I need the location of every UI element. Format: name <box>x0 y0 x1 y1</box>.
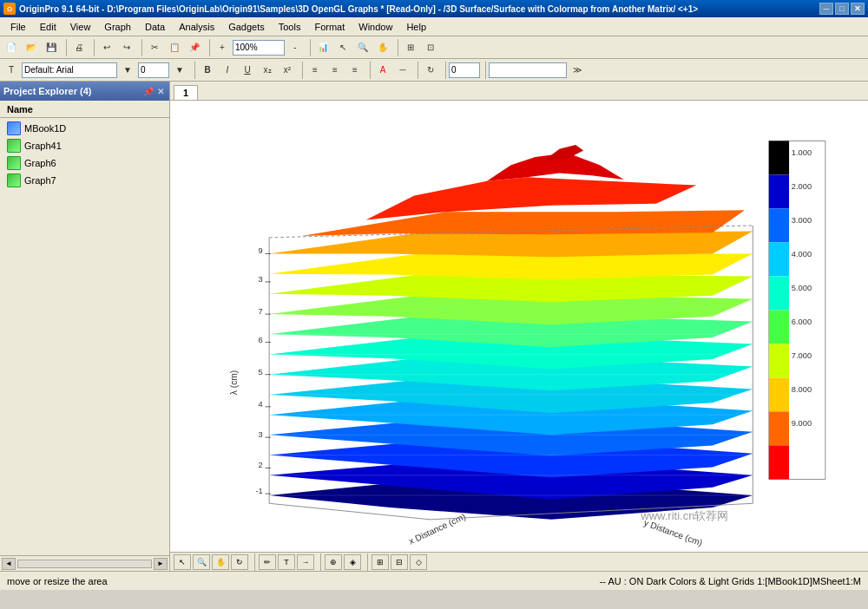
line-color[interactable]: ─ <box>393 61 412 80</box>
menubar: File Edit View Graph Data Analysis Gadge… <box>0 17 868 36</box>
cut-button[interactable]: ✂ <box>145 38 164 57</box>
extra-input[interactable] <box>489 62 567 78</box>
sidebar-item-graph41[interactable]: Graph41 <box>0 137 169 154</box>
sidebar-item-graph7[interactable]: Graph7 <box>0 172 169 189</box>
font-dropdown[interactable]: ▼ <box>118 61 137 80</box>
minimize-button[interactable]: ─ <box>819 3 833 15</box>
main-area: Project Explorer (4) 📌 ✕ Name MBook1DGra… <box>0 82 868 571</box>
separator <box>307 39 311 56</box>
separator <box>192 62 195 79</box>
zoom-in-button[interactable]: + <box>213 38 232 57</box>
menu-format[interactable]: Format <box>307 20 352 34</box>
new-button[interactable]: 📄 <box>2 38 21 57</box>
tool-zoom[interactable]: 🔍 <box>193 554 210 570</box>
sidebar-item-label: MBook1D <box>24 123 66 134</box>
bold-button[interactable]: B <box>198 61 217 80</box>
font-input[interactable] <box>22 62 117 78</box>
menu-view[interactable]: View <box>63 20 98 34</box>
copy-button[interactable]: 📋 <box>165 38 184 57</box>
tool-text[interactable]: T <box>278 554 295 570</box>
superscript-button[interactable]: x² <box>278 61 297 80</box>
sidebar-item-label: Graph41 <box>24 141 62 151</box>
graph-tool[interactable]: 📊 <box>313 38 332 57</box>
status-right: -- AU : ON Dark Colors & Light Grids 1:[… <box>600 576 861 586</box>
titlebar-controls: ─ □ ✕ <box>819 3 865 15</box>
font-color[interactable]: A <box>373 61 392 80</box>
svg-rect-56 <box>769 208 789 242</box>
tool-arrow[interactable]: → <box>297 554 314 570</box>
tool-pan[interactable]: ✋ <box>212 554 229 570</box>
titlebar-title: OriginPro 9.1 64-bit - D:\Program Files\… <box>19 4 819 14</box>
align-center[interactable]: ≡ <box>326 61 345 80</box>
tool-mask[interactable]: ◈ <box>344 554 361 570</box>
paste-button[interactable]: 📌 <box>185 38 204 57</box>
italic-button[interactable]: I <box>218 61 237 80</box>
sidebar-pin-button[interactable]: 📌 <box>141 87 155 96</box>
separator <box>63 39 67 56</box>
undo-button[interactable]: ↩ <box>97 38 116 57</box>
svg-text:7: 7 <box>259 307 263 316</box>
pointer-tool[interactable]: ↖ <box>333 38 352 57</box>
align-right[interactable]: ≡ <box>345 61 365 80</box>
tool-misc2[interactable]: ⊟ <box>391 554 408 570</box>
separator <box>318 553 321 571</box>
svg-rect-57 <box>769 242 789 276</box>
project-explorer: Project Explorer (4) 📌 ✕ Name MBook1DGra… <box>0 82 170 571</box>
tool-misc1[interactable]: ⊞ <box>372 554 389 570</box>
svg-text:6.000: 6.000 <box>792 318 812 326</box>
print-button[interactable]: 🖨 <box>69 38 89 57</box>
maximize-button[interactable]: □ <box>835 3 849 15</box>
close-button[interactable]: ✕ <box>851 3 865 15</box>
svg-rect-61 <box>769 377 789 411</box>
plot-svg: λ (cm) x Distance (cm) y Distance (cm) 9… <box>170 101 868 552</box>
scroll-left-button[interactable]: ◄ <box>2 558 16 570</box>
svg-rect-63 <box>769 445 789 479</box>
scroll-track[interactable] <box>17 560 152 568</box>
rotate-button[interactable]: ↻ <box>421 61 440 80</box>
menu-help[interactable]: Help <box>399 20 433 34</box>
scroll-right-button[interactable]: ► <box>154 558 168 570</box>
svg-text:9: 9 <box>259 246 263 255</box>
tool-rotate[interactable]: ↻ <box>231 554 248 570</box>
tool-misc3[interactable]: ◇ <box>410 554 427 570</box>
save-button[interactable]: 💾 <box>42 38 61 57</box>
menu-data[interactable]: Data <box>138 20 172 34</box>
zoom-tool[interactable]: 🔍 <box>353 38 372 57</box>
zoom-out-button[interactable]: - <box>286 38 305 57</box>
separator <box>415 62 418 79</box>
app-icon: O <box>3 3 16 15</box>
graph-icon <box>7 156 21 170</box>
svg-text:2: 2 <box>259 461 263 469</box>
open-button[interactable]: 📂 <box>22 38 41 57</box>
graph-tab-1[interactable]: 1 <box>174 85 198 100</box>
redo-button[interactable]: ↪ <box>117 38 136 57</box>
sidebar-header: Project Explorer (4) 📌 ✕ <box>0 82 169 101</box>
more-button[interactable]: ≫ <box>568 61 587 80</box>
sidebar-item-graph6[interactable]: Graph6 <box>0 154 169 172</box>
menu-window[interactable]: Window <box>352 20 399 34</box>
autoscale-button[interactable]: ⊡ <box>421 38 440 57</box>
pan-tool[interactable]: ✋ <box>373 38 392 57</box>
subscript-button[interactable]: x₂ <box>258 61 277 80</box>
menu-file[interactable]: File <box>3 20 33 34</box>
fontsize-dropdown[interactable]: ▼ <box>170 61 189 80</box>
menu-graph[interactable]: Graph <box>97 20 138 34</box>
menu-analysis[interactable]: Analysis <box>172 20 221 34</box>
tool-draw[interactable]: ✏ <box>259 554 276 570</box>
zoom-input[interactable] <box>233 40 285 56</box>
menu-tools[interactable]: Tools <box>272 20 308 34</box>
menu-gadgets[interactable]: Gadgets <box>221 20 272 34</box>
underline-button[interactable]: U <box>238 61 257 80</box>
angle-input[interactable] <box>449 62 480 78</box>
sidebar-close-button[interactable]: ✕ <box>155 87 166 96</box>
sidebar-item-mbook1d[interactable]: MBook1D <box>0 120 169 137</box>
canvas-area[interactable]: λ (cm) x Distance (cm) y Distance (cm) 9… <box>170 101 868 552</box>
tool-data[interactable]: ⊕ <box>325 554 342 570</box>
menu-edit[interactable]: Edit <box>33 20 63 34</box>
fontsize-input[interactable] <box>138 62 169 78</box>
align-left[interactable]: ≡ <box>306 61 325 80</box>
svg-text:6: 6 <box>259 336 263 344</box>
tool-select[interactable]: ↖ <box>174 554 191 570</box>
separator <box>91 39 95 56</box>
rescale-button[interactable]: ⊞ <box>401 38 420 57</box>
